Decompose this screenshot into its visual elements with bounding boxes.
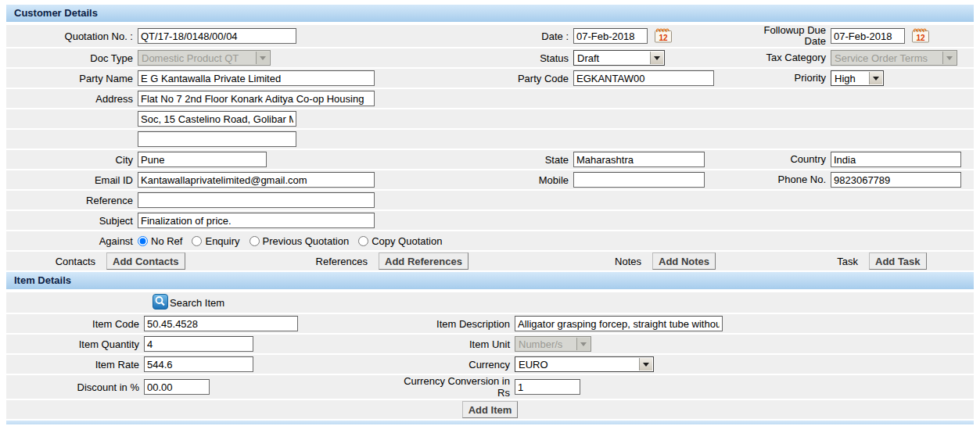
currency-select[interactable]: EURO (515, 356, 654, 372)
task-label: Task (788, 256, 863, 267)
email-row: Email ID Mobile Phone No. (6, 170, 974, 189)
notes-label: Notes (546, 256, 646, 267)
address-row-1: Address (6, 89, 974, 108)
chevron-down-icon[interactable] (650, 52, 663, 64)
radio-icon[interactable] (358, 236, 368, 246)
add-task-button[interactable]: Add Task (869, 252, 927, 270)
discount-input[interactable] (144, 379, 210, 395)
address-label: Address (6, 93, 138, 105)
against-row: Against No Ref Enquiry Previous Quotatio… (6, 231, 974, 250)
calendar-icon[interactable]: 12 (911, 27, 930, 45)
address-row-3 (6, 130, 974, 149)
item-quantity-label: Item Quantity (6, 338, 144, 350)
item-code-input[interactable] (144, 316, 298, 331)
reference-row: Reference (6, 191, 974, 209)
against-radio-no-ref[interactable]: No Ref (138, 235, 182, 247)
chevron-down-icon[interactable] (869, 72, 882, 84)
item-rate-input[interactable] (144, 356, 253, 372)
calendar-icon[interactable]: 12 (654, 27, 673, 45)
currency-conversion-input[interactable] (515, 379, 580, 395)
quotation-form-page: Customer Details Quotation No. : Date : … (0, 0, 980, 424)
customer-details-title: Customer Details (14, 7, 98, 19)
tax-category-select: Service Order Terms (831, 50, 957, 66)
email-id-input[interactable] (138, 172, 375, 188)
party-code-input[interactable] (573, 70, 714, 86)
svg-text:12: 12 (916, 33, 925, 41)
mobile-label: Mobile (389, 174, 573, 186)
priority-select[interactable]: High (831, 70, 884, 86)
against-radio-enquiry[interactable]: Enquiry (192, 235, 239, 247)
add-contacts-button[interactable]: Add Contacts (106, 252, 185, 270)
item-quantity-row: Item Quantity Item Unit Number/s (6, 335, 974, 353)
item-rate-row: Item Rate Currency EURO (6, 355, 974, 374)
quotation-row: Quotation No. : Date : 12 Followup Due D… (6, 25, 974, 47)
add-item-row: Add Item (6, 400, 974, 419)
country-label: Country (741, 154, 831, 165)
party-name-input[interactable] (138, 70, 375, 86)
links-row: Contacts Add Contacts References Add Ref… (6, 252, 974, 270)
against-radio-previous-quotation[interactable]: Previous Quotation (249, 235, 350, 247)
address-row-2 (6, 109, 974, 128)
reference-label: Reference (6, 195, 138, 206)
status-label: Status (389, 52, 573, 64)
address-line1-input[interactable] (138, 91, 375, 106)
state-input[interactable] (573, 152, 705, 167)
currency-conversion-label: Currency Conversion in Rs (389, 375, 515, 399)
reference-input[interactable] (138, 192, 375, 208)
subject-input[interactable] (138, 213, 375, 228)
country-input[interactable] (831, 152, 961, 167)
against-label: Against (6, 235, 138, 247)
email-id-label: Email ID (6, 174, 138, 186)
city-row: City State Country (6, 150, 974, 169)
chevron-down-icon (576, 338, 590, 350)
address-line3-input[interactable] (138, 131, 296, 147)
discount-label: Discount in % (6, 381, 144, 393)
quotation-no-label: Quotation No. : (6, 30, 138, 42)
date-input[interactable] (573, 28, 648, 44)
search-icon[interactable] (153, 294, 168, 312)
mobile-input[interactable] (573, 172, 705, 188)
phone-no-input[interactable] (831, 172, 961, 188)
search-item-row: Search Item (6, 292, 974, 313)
item-description-input[interactable] (515, 316, 723, 331)
customer-details-header: Customer Details (6, 5, 974, 22)
city-input[interactable] (138, 152, 267, 167)
item-code-label: Item Code (6, 318, 144, 330)
date-label: Date : (389, 30, 573, 42)
party-code-label: Party Code (389, 73, 573, 84)
item-unit-select: Number/s (515, 336, 591, 352)
radio-icon[interactable] (249, 236, 260, 246)
add-references-button[interactable]: Add References (379, 252, 468, 270)
radio-icon[interactable] (138, 236, 148, 246)
tax-category-label: Tax Category (741, 52, 831, 63)
phone-no-label: Phone No. (741, 174, 831, 185)
item-unit-label: Item Unit (389, 338, 515, 350)
doc-type-row: Doc Type Domestic Product QT Status Draf… (6, 48, 974, 67)
item-quantity-input[interactable] (144, 336, 253, 352)
address-line2-input[interactable] (138, 111, 296, 127)
chevron-down-icon (942, 52, 956, 64)
subject-row: Subject (6, 211, 974, 230)
chevron-down-icon[interactable] (639, 358, 652, 371)
currency-label: Currency (389, 359, 515, 371)
party-row: Party Name Party Code Priority High (6, 69, 974, 88)
priority-label: Priority (741, 73, 831, 84)
quotation-no-input[interactable] (138, 28, 296, 44)
svg-text:12: 12 (659, 33, 668, 41)
add-item-button[interactable]: Add Item (462, 401, 519, 418)
next-section-header-edge (6, 421, 974, 424)
state-label: State (389, 154, 573, 166)
status-select[interactable]: Draft (573, 50, 665, 66)
chevron-down-icon (256, 52, 269, 64)
radio-icon[interactable] (192, 236, 202, 246)
against-radio-copy-quotation[interactable]: Copy Quotation (358, 235, 442, 247)
item-rate-label: Item Rate (6, 359, 144, 371)
item-code-row: Item Code Item Description (6, 314, 974, 333)
followup-due-date-input[interactable] (831, 28, 905, 44)
doc-type-label: Doc Type (6, 52, 138, 64)
item-details-header: Item Details (6, 272, 974, 289)
add-notes-button[interactable]: Add Notes (652, 252, 716, 270)
subject-label: Subject (6, 215, 138, 227)
search-item-link[interactable]: Search Item (170, 297, 224, 309)
discount-row: Discount in % Currency Conversion in Rs (6, 375, 974, 399)
